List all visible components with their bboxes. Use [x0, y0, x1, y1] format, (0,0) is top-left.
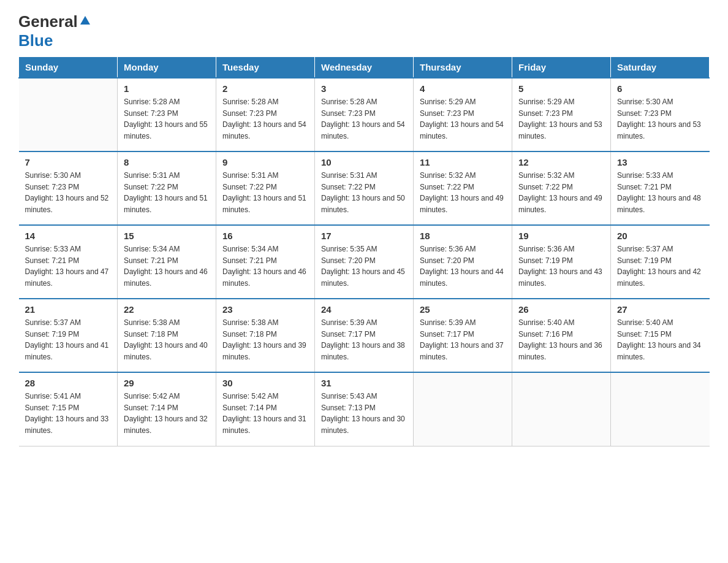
day-number: 9: [222, 157, 308, 167]
calendar-cell: 14Sunrise: 5:33 AM Sunset: 7:21 PM Dayli…: [19, 225, 118, 299]
calendar-week-row: 1Sunrise: 5:28 AM Sunset: 7:23 PM Daylig…: [19, 78, 710, 151]
day-info: Sunrise: 5:39 AM Sunset: 7:17 PM Dayligh…: [321, 317, 407, 362]
logo: General Blue: [18, 12, 91, 50]
weekday-header-friday: Friday: [512, 57, 611, 79]
calendar-cell: 10Sunrise: 5:31 AM Sunset: 7:22 PM Dayli…: [315, 151, 414, 225]
calendar-cell: 16Sunrise: 5:34 AM Sunset: 7:21 PM Dayli…: [216, 225, 315, 299]
calendar-cell: 25Sunrise: 5:39 AM Sunset: 7:17 PM Dayli…: [414, 299, 512, 372]
calendar-cell: 15Sunrise: 5:34 AM Sunset: 7:21 PM Dayli…: [118, 225, 216, 299]
calendar-week-row: 7Sunrise: 5:30 AM Sunset: 7:23 PM Daylig…: [19, 151, 710, 225]
day-number: 28: [25, 378, 112, 388]
calendar-cell: 28Sunrise: 5:41 AM Sunset: 7:15 PM Dayli…: [19, 372, 118, 446]
day-number: 5: [518, 83, 604, 94]
day-info: Sunrise: 5:39 AM Sunset: 7:17 PM Dayligh…: [420, 317, 506, 362]
day-number: 8: [124, 157, 210, 167]
weekday-header-tuesday: Tuesday: [216, 57, 315, 79]
svg-marker-0: [80, 16, 90, 25]
day-number: 16: [222, 231, 308, 241]
calendar-cell: [19, 78, 118, 151]
day-number: 25: [420, 304, 506, 315]
day-number: 23: [222, 304, 308, 315]
calendar-cell: 12Sunrise: 5:32 AM Sunset: 7:22 PM Dayli…: [512, 151, 611, 225]
calendar-cell: 3Sunrise: 5:28 AM Sunset: 7:23 PM Daylig…: [315, 78, 414, 151]
day-info: Sunrise: 5:34 AM Sunset: 7:21 PM Dayligh…: [222, 243, 308, 289]
day-info: Sunrise: 5:38 AM Sunset: 7:18 PM Dayligh…: [222, 317, 308, 362]
day-number: 30: [222, 378, 308, 388]
day-number: 7: [25, 157, 112, 167]
day-number: 3: [321, 83, 407, 94]
day-info: Sunrise: 5:42 AM Sunset: 7:14 PM Dayligh…: [222, 391, 308, 436]
day-info: Sunrise: 5:36 AM Sunset: 7:20 PM Dayligh…: [420, 243, 506, 289]
calendar-cell: 5Sunrise: 5:29 AM Sunset: 7:23 PM Daylig…: [512, 78, 611, 151]
logo-wordmark: General: [18, 12, 91, 31]
day-info: Sunrise: 5:29 AM Sunset: 7:23 PM Dayligh…: [420, 96, 506, 142]
calendar-cell: 13Sunrise: 5:33 AM Sunset: 7:21 PM Dayli…: [611, 151, 710, 225]
day-number: 20: [617, 231, 703, 241]
day-number: 31: [321, 378, 407, 388]
calendar-week-row: 28Sunrise: 5:41 AM Sunset: 7:15 PM Dayli…: [19, 372, 710, 446]
calendar-cell: [512, 372, 611, 446]
day-info: Sunrise: 5:31 AM Sunset: 7:22 PM Dayligh…: [222, 170, 308, 215]
calendar-header-row: SundayMondayTuesdayWednesdayThursdayFrid…: [19, 57, 710, 79]
calendar-cell: [611, 372, 710, 446]
calendar-cell: 11Sunrise: 5:32 AM Sunset: 7:22 PM Dayli…: [414, 151, 512, 225]
day-number: 26: [518, 304, 604, 315]
logo-blue-label: Blue: [18, 31, 53, 50]
calendar-cell: 17Sunrise: 5:35 AM Sunset: 7:20 PM Dayli…: [315, 225, 414, 299]
calendar-cell: 26Sunrise: 5:40 AM Sunset: 7:16 PM Dayli…: [512, 299, 611, 372]
day-info: Sunrise: 5:37 AM Sunset: 7:19 PM Dayligh…: [25, 317, 112, 362]
calendar-cell: 29Sunrise: 5:42 AM Sunset: 7:14 PM Dayli…: [118, 372, 216, 446]
logo-icon: [79, 15, 91, 27]
calendar-week-row: 21Sunrise: 5:37 AM Sunset: 7:19 PM Dayli…: [19, 299, 710, 372]
day-info: Sunrise: 5:40 AM Sunset: 7:16 PM Dayligh…: [518, 317, 604, 362]
weekday-header-wednesday: Wednesday: [315, 57, 414, 79]
day-info: Sunrise: 5:28 AM Sunset: 7:23 PM Dayligh…: [321, 96, 407, 142]
day-info: Sunrise: 5:37 AM Sunset: 7:19 PM Dayligh…: [617, 243, 703, 289]
day-number: 29: [124, 378, 210, 388]
calendar-week-row: 14Sunrise: 5:33 AM Sunset: 7:21 PM Dayli…: [19, 225, 710, 299]
day-info: Sunrise: 5:40 AM Sunset: 7:15 PM Dayligh…: [617, 317, 703, 362]
day-info: Sunrise: 5:33 AM Sunset: 7:21 PM Dayligh…: [617, 170, 703, 215]
page-header: General Blue: [18, 12, 710, 50]
calendar-cell: 7Sunrise: 5:30 AM Sunset: 7:23 PM Daylig…: [19, 151, 118, 225]
calendar-cell: 4Sunrise: 5:29 AM Sunset: 7:23 PM Daylig…: [414, 78, 512, 151]
day-info: Sunrise: 5:43 AM Sunset: 7:13 PM Dayligh…: [321, 391, 407, 436]
weekday-header-thursday: Thursday: [414, 57, 512, 79]
weekday-header-saturday: Saturday: [611, 57, 710, 79]
day-info: Sunrise: 5:31 AM Sunset: 7:22 PM Dayligh…: [321, 170, 407, 215]
calendar-cell: 30Sunrise: 5:42 AM Sunset: 7:14 PM Dayli…: [216, 372, 315, 446]
day-number: 11: [420, 157, 506, 167]
day-info: Sunrise: 5:41 AM Sunset: 7:15 PM Dayligh…: [25, 391, 112, 436]
calendar-cell: [414, 372, 512, 446]
calendar-cell: 8Sunrise: 5:31 AM Sunset: 7:22 PM Daylig…: [118, 151, 216, 225]
day-number: 4: [420, 83, 506, 94]
day-number: 6: [617, 83, 703, 94]
day-info: Sunrise: 5:29 AM Sunset: 7:23 PM Dayligh…: [518, 96, 604, 142]
calendar-cell: 22Sunrise: 5:38 AM Sunset: 7:18 PM Dayli…: [118, 299, 216, 372]
day-number: 10: [321, 157, 407, 167]
calendar-cell: 18Sunrise: 5:36 AM Sunset: 7:20 PM Dayli…: [414, 225, 512, 299]
day-info: Sunrise: 5:30 AM Sunset: 7:23 PM Dayligh…: [25, 170, 112, 215]
day-info: Sunrise: 5:33 AM Sunset: 7:21 PM Dayligh…: [25, 243, 112, 289]
weekday-header-sunday: Sunday: [19, 57, 118, 79]
calendar-cell: 23Sunrise: 5:38 AM Sunset: 7:18 PM Dayli…: [216, 299, 315, 372]
calendar-cell: 19Sunrise: 5:36 AM Sunset: 7:19 PM Dayli…: [512, 225, 611, 299]
calendar-table: SundayMondayTuesdayWednesdayThursdayFrid…: [18, 56, 710, 446]
calendar-cell: 6Sunrise: 5:30 AM Sunset: 7:23 PM Daylig…: [611, 78, 710, 151]
day-number: 22: [124, 304, 210, 315]
day-info: Sunrise: 5:34 AM Sunset: 7:21 PM Dayligh…: [124, 243, 210, 289]
day-info: Sunrise: 5:32 AM Sunset: 7:22 PM Dayligh…: [518, 170, 604, 215]
day-info: Sunrise: 5:32 AM Sunset: 7:22 PM Dayligh…: [420, 170, 506, 215]
calendar-cell: 21Sunrise: 5:37 AM Sunset: 7:19 PM Dayli…: [19, 299, 118, 372]
day-number: 19: [518, 231, 604, 241]
day-number: 15: [124, 231, 210, 241]
day-number: 2: [222, 83, 308, 94]
day-number: 21: [25, 304, 112, 315]
calendar-cell: 2Sunrise: 5:28 AM Sunset: 7:23 PM Daylig…: [216, 78, 315, 151]
day-number: 13: [617, 157, 703, 167]
calendar-cell: 24Sunrise: 5:39 AM Sunset: 7:17 PM Dayli…: [315, 299, 414, 372]
calendar-cell: 9Sunrise: 5:31 AM Sunset: 7:22 PM Daylig…: [216, 151, 315, 225]
day-number: 1: [124, 83, 210, 94]
calendar-cell: 1Sunrise: 5:28 AM Sunset: 7:23 PM Daylig…: [118, 78, 216, 151]
calendar-cell: 31Sunrise: 5:43 AM Sunset: 7:13 PM Dayli…: [315, 372, 414, 446]
